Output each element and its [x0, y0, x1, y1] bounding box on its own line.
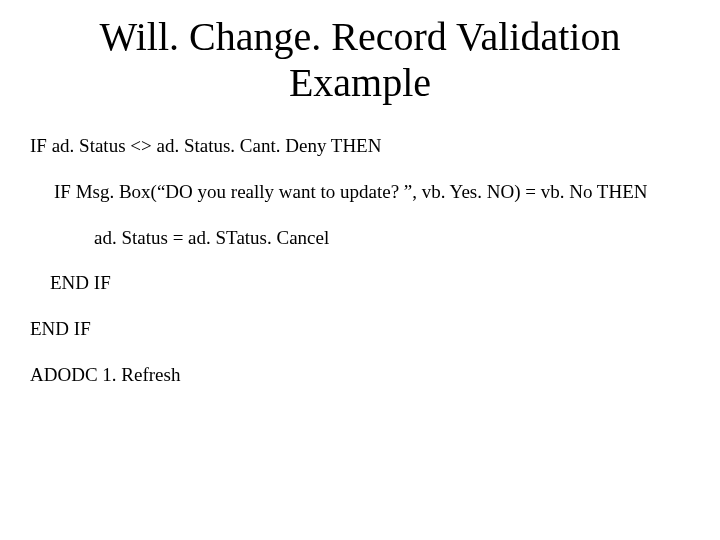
code-line: END IF: [30, 317, 690, 341]
code-line: END IF: [50, 271, 690, 295]
code-line: IF ad. Status <> ad. Status. Cant. Deny …: [30, 134, 690, 158]
slide-title: Will. Change. Record Validation Example: [0, 14, 720, 106]
slide: Will. Change. Record Validation Example …: [0, 14, 720, 540]
code-line: ADODC 1. Refresh: [30, 363, 690, 387]
code-line: ad. Status = ad. STatus. Cancel: [94, 226, 690, 250]
code-line: IF Msg. Box(“DO you really want to updat…: [54, 180, 690, 204]
slide-body: IF ad. Status <> ad. Status. Cant. Deny …: [0, 134, 720, 387]
